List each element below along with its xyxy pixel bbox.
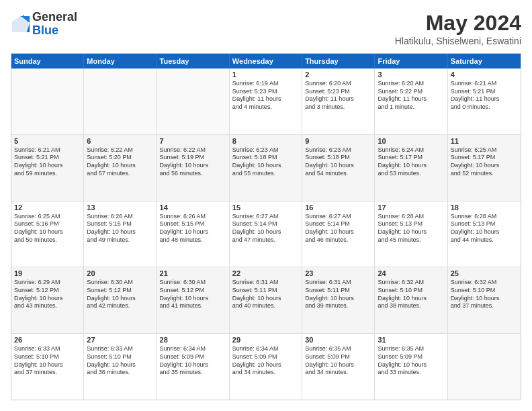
logo: General Blue	[11, 11, 77, 38]
cell-info: Sunrise: 6:19 AM Sunset: 5:23 PM Dayligh…	[232, 80, 299, 111]
cell-date: 30	[305, 336, 371, 344]
day-header-monday: Monday	[84, 54, 157, 68]
cell-date: 17	[378, 203, 444, 212]
cell-info: Sunrise: 6:28 AM Sunset: 5:13 PM Dayligh…	[378, 213, 444, 244]
calendar-cell: 6Sunrise: 6:22 AM Sunset: 5:20 PM Daylig…	[84, 135, 157, 201]
calendar-cell: 16Sunrise: 6:27 AM Sunset: 5:14 PM Dayli…	[302, 201, 375, 267]
calendar-cell: 15Sunrise: 6:27 AM Sunset: 5:14 PM Dayli…	[230, 201, 302, 267]
cell-info: Sunrise: 6:29 AM Sunset: 5:12 PM Dayligh…	[14, 279, 81, 310]
day-header-tuesday: Tuesday	[157, 54, 230, 68]
cell-date: 14	[160, 203, 226, 212]
calendar-cell: 26Sunrise: 6:33 AM Sunset: 5:10 PM Dayli…	[11, 334, 84, 400]
cell-date: 31	[378, 336, 444, 344]
calendar-cell: 2Sunrise: 6:20 AM Sunset: 5:23 PM Daylig…	[302, 68, 375, 134]
calendar-cell: 10Sunrise: 6:24 AM Sunset: 5:17 PM Dayli…	[375, 135, 447, 201]
cell-info: Sunrise: 6:22 AM Sunset: 5:20 PM Dayligh…	[87, 146, 153, 178]
day-header-thursday: Thursday	[302, 54, 375, 68]
logo-general: General	[32, 11, 77, 24]
cell-date: 8	[232, 137, 299, 145]
cell-date: 22	[232, 269, 299, 277]
calendar-row-0: 1Sunrise: 6:19 AM Sunset: 5:23 PM Daylig…	[11, 68, 521, 134]
cell-date: 23	[305, 269, 371, 277]
cell-date: 9	[305, 137, 371, 145]
calendar-cell: 31Sunrise: 6:35 AM Sunset: 5:09 PM Dayli…	[375, 334, 447, 400]
cell-date: 3	[378, 71, 444, 79]
calendar-cell: 3Sunrise: 6:20 AM Sunset: 5:22 PM Daylig…	[375, 68, 447, 134]
calendar-cell: 14Sunrise: 6:26 AM Sunset: 5:15 PM Dayli…	[157, 201, 230, 267]
cell-info: Sunrise: 6:33 AM Sunset: 5:10 PM Dayligh…	[14, 345, 81, 377]
cell-info: Sunrise: 6:35 AM Sunset: 5:09 PM Dayligh…	[305, 345, 371, 377]
cell-info: Sunrise: 6:23 AM Sunset: 5:18 PM Dayligh…	[232, 146, 299, 178]
cell-info: Sunrise: 6:21 AM Sunset: 5:21 PM Dayligh…	[451, 80, 518, 111]
cell-info: Sunrise: 6:35 AM Sunset: 5:09 PM Dayligh…	[378, 345, 444, 377]
calendar-cell: 18Sunrise: 6:28 AM Sunset: 5:13 PM Dayli…	[448, 201, 521, 267]
cell-info: Sunrise: 6:26 AM Sunset: 5:15 PM Dayligh…	[160, 213, 226, 244]
location: Hlatikulu, Shiselweni, Eswatini	[395, 36, 521, 46]
calendar-row-2: 12Sunrise: 6:25 AM Sunset: 5:16 PM Dayli…	[11, 201, 521, 267]
cell-date: 13	[87, 203, 153, 212]
cell-info: Sunrise: 6:27 AM Sunset: 5:14 PM Dayligh…	[232, 213, 299, 244]
cell-date: 18	[451, 203, 518, 212]
day-header-sunday: Sunday	[11, 54, 84, 68]
calendar-cell: 4Sunrise: 6:21 AM Sunset: 5:21 PM Daylig…	[448, 68, 521, 134]
cell-info: Sunrise: 6:32 AM Sunset: 5:10 PM Dayligh…	[451, 279, 518, 310]
calendar-cell: 12Sunrise: 6:25 AM Sunset: 5:16 PM Dayli…	[11, 201, 84, 267]
calendar-cell: 21Sunrise: 6:30 AM Sunset: 5:12 PM Dayli…	[157, 267, 230, 333]
cell-info: Sunrise: 6:33 AM Sunset: 5:10 PM Dayligh…	[87, 345, 153, 377]
calendar-cell: 23Sunrise: 6:31 AM Sunset: 5:11 PM Dayli…	[302, 267, 375, 333]
cell-date: 5	[14, 137, 81, 145]
cell-date: 27	[87, 336, 153, 344]
day-header-friday: Friday	[375, 54, 447, 68]
calendar-row-4: 26Sunrise: 6:33 AM Sunset: 5:10 PM Dayli…	[11, 333, 521, 400]
calendar-cell: 20Sunrise: 6:30 AM Sunset: 5:12 PM Dayli…	[84, 267, 157, 333]
calendar-header: SundayMondayTuesdayWednesdayThursdayFrid…	[11, 54, 521, 68]
calendar-row-3: 19Sunrise: 6:29 AM Sunset: 5:12 PM Dayli…	[11, 267, 521, 333]
cell-date: 2	[305, 71, 371, 79]
month-title: May 2024	[395, 11, 521, 36]
calendar-cell: 11Sunrise: 6:25 AM Sunset: 5:17 PM Dayli…	[448, 135, 521, 201]
cell-date: 21	[160, 269, 226, 277]
calendar-cell	[11, 68, 84, 134]
calendar-cell: 17Sunrise: 6:28 AM Sunset: 5:13 PM Dayli…	[375, 201, 447, 267]
cell-info: Sunrise: 6:20 AM Sunset: 5:22 PM Dayligh…	[378, 80, 444, 111]
calendar-cell: 30Sunrise: 6:35 AM Sunset: 5:09 PM Dayli…	[302, 334, 375, 400]
cell-date: 4	[451, 71, 518, 79]
calendar-cell: 19Sunrise: 6:29 AM Sunset: 5:12 PM Dayli…	[11, 267, 84, 333]
cell-date: 11	[451, 137, 518, 145]
cell-date: 7	[160, 137, 226, 145]
cell-info: Sunrise: 6:27 AM Sunset: 5:14 PM Dayligh…	[305, 213, 371, 244]
cell-info: Sunrise: 6:28 AM Sunset: 5:13 PM Dayligh…	[451, 213, 518, 244]
cell-info: Sunrise: 6:34 AM Sunset: 5:09 PM Dayligh…	[232, 345, 299, 377]
calendar: SundayMondayTuesdayWednesdayThursdayFrid…	[11, 53, 521, 400]
cell-date: 16	[305, 203, 371, 212]
calendar-cell: 7Sunrise: 6:22 AM Sunset: 5:19 PM Daylig…	[157, 135, 230, 201]
calendar-row-1: 5Sunrise: 6:21 AM Sunset: 5:21 PM Daylig…	[11, 134, 521, 201]
cell-info: Sunrise: 6:31 AM Sunset: 5:11 PM Dayligh…	[305, 279, 371, 310]
cell-date: 26	[14, 336, 81, 344]
cell-info: Sunrise: 6:31 AM Sunset: 5:11 PM Dayligh…	[232, 279, 299, 310]
calendar-cell	[157, 68, 230, 134]
cell-info: Sunrise: 6:22 AM Sunset: 5:19 PM Dayligh…	[160, 146, 226, 178]
cell-info: Sunrise: 6:30 AM Sunset: 5:12 PM Dayligh…	[87, 279, 153, 310]
cell-info: Sunrise: 6:32 AM Sunset: 5:10 PM Dayligh…	[378, 279, 444, 310]
cell-date: 12	[14, 203, 81, 212]
header: General Blue May 2024 Hlatikulu, Shiselw…	[11, 11, 521, 46]
calendar-cell	[84, 68, 157, 134]
cell-info: Sunrise: 6:20 AM Sunset: 5:23 PM Dayligh…	[305, 80, 371, 111]
cell-info: Sunrise: 6:24 AM Sunset: 5:17 PM Dayligh…	[378, 146, 444, 178]
logo-text: General Blue	[32, 11, 77, 38]
cell-info: Sunrise: 6:21 AM Sunset: 5:21 PM Dayligh…	[14, 146, 81, 178]
cell-info: Sunrise: 6:25 AM Sunset: 5:16 PM Dayligh…	[14, 213, 81, 244]
cell-date: 15	[232, 203, 299, 212]
calendar-cell: 22Sunrise: 6:31 AM Sunset: 5:11 PM Dayli…	[230, 267, 302, 333]
cell-info: Sunrise: 6:25 AM Sunset: 5:17 PM Dayligh…	[451, 146, 518, 178]
cell-date: 28	[160, 336, 226, 344]
title-section: May 2024 Hlatikulu, Shiselweni, Eswatini	[395, 11, 521, 46]
page: General Blue May 2024 Hlatikulu, Shiselw…	[0, 0, 532, 411]
day-header-wednesday: Wednesday	[230, 54, 302, 68]
calendar-cell: 13Sunrise: 6:26 AM Sunset: 5:15 PM Dayli…	[84, 201, 157, 267]
calendar-cell: 29Sunrise: 6:34 AM Sunset: 5:09 PM Dayli…	[230, 334, 302, 400]
cell-info: Sunrise: 6:34 AM Sunset: 5:09 PM Dayligh…	[160, 345, 226, 377]
calendar-cell: 28Sunrise: 6:34 AM Sunset: 5:09 PM Dayli…	[157, 334, 230, 400]
cell-date: 24	[378, 269, 444, 277]
